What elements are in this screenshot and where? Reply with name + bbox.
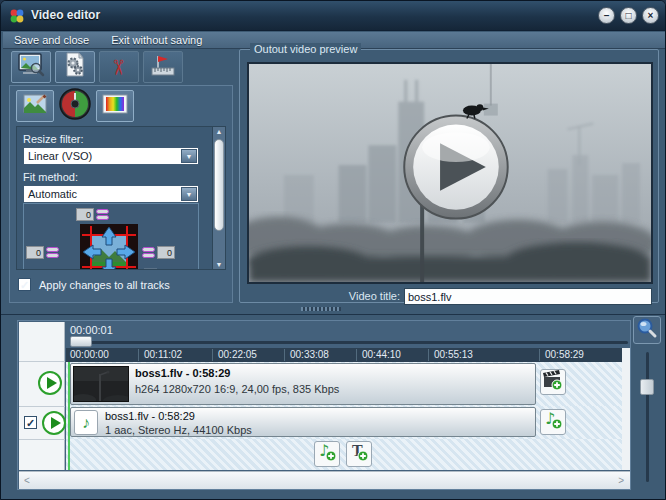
preview-group: Outout video preview [239, 49, 659, 303]
ruler-label: 00:58:29 [545, 349, 584, 360]
current-position: 00:00:01 [70, 324, 113, 336]
tab-speed[interactable] [56, 90, 94, 122]
tab-color[interactable] [96, 90, 134, 122]
scissors-icon: ✂ [108, 58, 129, 76]
chevron-down-icon[interactable]: ▼ [181, 187, 197, 201]
titlebar: Video editor – □ × [1, 1, 666, 31]
ruler-label: 00:44:10 [362, 349, 401, 360]
video-title-label: Video title: [349, 290, 400, 302]
scroll-down-icon[interactable]: ▼ [213, 261, 225, 268]
apply-all-row: ✓ Apply changes to all tracks [18, 278, 170, 291]
horizontal-scrollbar[interactable]: < > [19, 471, 630, 489]
play-video-track-button[interactable] [38, 371, 62, 395]
new-track-row: ♪ T [66, 439, 622, 470]
timeline-end-area [622, 348, 630, 470]
play-audio-track-button[interactable] [42, 411, 66, 435]
splitter-handle[interactable] [301, 307, 341, 311]
preview-frame-image [249, 64, 651, 282]
audio-clip[interactable]: ♪ boss1.flv - 0:58:29 1 aac, Stereo Hz, … [70, 407, 536, 437]
crop-group: 0 0 0 0 [23, 203, 199, 270]
spinner-buttons[interactable] [96, 208, 109, 221]
menu-save-and-close[interactable]: Save and close [3, 33, 100, 47]
cut-tool-button[interactable]: ✂ [99, 51, 139, 83]
music-note-add-icon: ♪ [542, 409, 564, 435]
video-clip-info: h264 1280x720 16:9, 24,00 fps, 835 Kbps [135, 383, 339, 395]
ruler-label: 00:33:08 [290, 349, 329, 360]
audio-track-checkbox[interactable]: ✓ [24, 416, 37, 429]
window-controls: – □ × [598, 7, 659, 24]
menu-exit-without-saving[interactable]: Exit without saving [100, 33, 213, 47]
scroll-right-icon[interactable]: > [618, 475, 624, 486]
settings-panel: Resize filter: Linear (VSO) ▼ Fit method… [9, 85, 233, 303]
video-editor-window: Video editor – □ × Save and close Exit w… [0, 0, 666, 500]
position-slider-track[interactable] [70, 341, 628, 344]
timeline-zoom-button[interactable] [633, 316, 661, 344]
preview-tool-button[interactable] [11, 51, 51, 83]
settings-scrollbar[interactable]: ▲ ▼ [212, 126, 226, 270]
video-preview[interactable] [247, 62, 653, 284]
audio-track-row: ♪ boss1.flv - 0:58:29 1 aac, Stereo Hz, … [66, 406, 622, 439]
file-gears-icon [63, 52, 87, 82]
timeline-ruler[interactable]: 00:00:00 00:11:02 00:22:05 00:33:08 00:4… [66, 348, 622, 362]
video-clip-title: boss1.flv - 0:58:29 [135, 367, 230, 379]
add-text-track-button[interactable]: T [346, 441, 372, 467]
preview-group-label: Outout video preview [250, 43, 361, 55]
ruler-label: 00:22:05 [218, 349, 257, 360]
video-title-row: Video title: [240, 288, 660, 305]
resize-filter-dropdown[interactable]: Linear (VSO) ▼ [23, 147, 199, 165]
minimize-button[interactable]: – [598, 7, 615, 24]
ruler-label: 00:00:00 [70, 349, 109, 360]
timeline-zoom-slider-thumb[interactable] [640, 379, 654, 395]
gauge-icon [59, 88, 91, 124]
fit-method-dropdown[interactable]: Automatic ▼ [23, 185, 199, 203]
color-palette-icon [102, 94, 128, 118]
close-button[interactable]: × [642, 7, 659, 24]
maximize-button[interactable]: □ [620, 7, 637, 24]
playhead-marker[interactable] [68, 362, 70, 470]
process-tool-button[interactable] [55, 51, 95, 83]
video-clip[interactable]: boss1.flv - 0:58:29 h264 1280x720 16:9, … [70, 363, 536, 405]
ruler-label: 00:55:13 [434, 349, 473, 360]
timeline-panel: ✓ 00:00:01 00:00:00 00:11:02 00:22:05 00… [1, 314, 666, 500]
scroll-left-icon[interactable]: < [24, 475, 30, 486]
ruler-label: 00:11:02 [144, 349, 182, 360]
app-icon [9, 8, 25, 24]
play-icon [51, 417, 61, 429]
music-note-icon: ♪ [82, 414, 90, 431]
timeline-frame: ✓ 00:00:01 00:00:00 00:11:02 00:22:05 00… [17, 320, 631, 490]
position-slider-thumb[interactable] [70, 336, 92, 347]
fit-method-value: Automatic [28, 188, 77, 200]
video-track-row: boss1.flv - 0:58:29 h264 1280x720 16:9, … [66, 362, 622, 406]
video-title-input[interactable] [404, 288, 652, 305]
monitor-search-icon [18, 53, 45, 82]
scroll-up-icon[interactable]: ▲ [213, 128, 225, 135]
resize-filter-value: Linear (VSO) [28, 150, 92, 162]
tab-resize-crop[interactable] [16, 90, 54, 122]
track-header-column [19, 322, 65, 470]
apply-all-label: Apply changes to all tracks [39, 279, 170, 291]
spinner-buttons[interactable] [46, 246, 59, 259]
play-icon [47, 377, 57, 389]
add-audio-track-button[interactable]: ♪ [314, 441, 340, 467]
symmetric-label: Symmetric [162, 269, 214, 271]
settings-scroll-area: Resize filter: Linear (VSO) ▼ Fit method… [16, 126, 222, 270]
audio-file-icon: ♪ [74, 410, 98, 435]
symmetric-checkbox[interactable]: ✓ [144, 268, 157, 270]
fit-method-label: Fit method: [23, 171, 78, 183]
add-audio-clip-button[interactable]: ♪ [540, 409, 566, 435]
window-title: Video editor [31, 8, 100, 22]
timeline-zoom-slider-track[interactable] [646, 352, 649, 482]
video-clip-thumbnail [73, 366, 129, 402]
markers-tool-button[interactable] [143, 51, 183, 83]
apply-all-checkbox[interactable]: ✓ [18, 278, 31, 291]
crop-left-spinner[interactable]: 0 [26, 246, 59, 259]
crop-preview-widget[interactable] [80, 224, 138, 270]
crop-top-spinner[interactable]: 0 [76, 208, 109, 221]
scrollbar-thumb[interactable] [214, 139, 224, 231]
resize-filter-label: Resize filter: [23, 133, 84, 145]
add-video-clip-button[interactable] [540, 369, 566, 395]
spinner-buttons[interactable] [142, 246, 155, 259]
text-add-icon: T [348, 441, 370, 467]
chevron-down-icon[interactable]: ▼ [181, 149, 197, 163]
crop-right-spinner[interactable]: 0 [142, 246, 175, 259]
